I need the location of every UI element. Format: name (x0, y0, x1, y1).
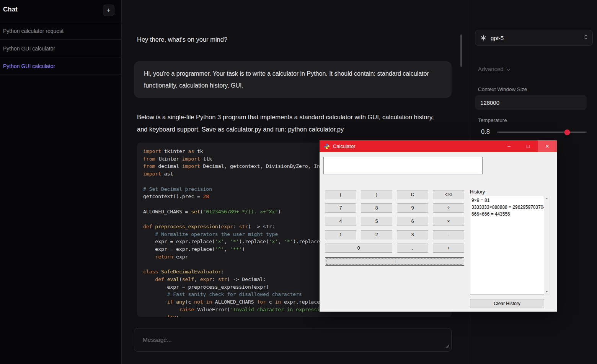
sidebar-header: Chat + (0, 0, 121, 22)
calculator-window: Calculator – □ × ()C⌫789÷456×123-0.+= Hi… (320, 140, 557, 312)
context-window-input[interactable] (475, 95, 587, 110)
calc-key-×[interactable]: × (433, 217, 464, 226)
maximize-button[interactable]: □ (519, 140, 538, 152)
history-scrollbar[interactable]: ▲ ▼ (544, 196, 550, 294)
advanced-toggle[interactable]: Advanced (478, 66, 511, 72)
history-entry[interactable]: 3333333×888888 = 2962959703704 (471, 204, 543, 211)
calc-key-6[interactable]: 6 (397, 217, 428, 226)
temperature-value: 0.8 (481, 128, 490, 135)
calc-key-⌫[interactable]: ⌫ (433, 190, 464, 199)
temperature-slider-thumb[interactable] (564, 129, 570, 135)
calc-key-+[interactable]: + (433, 244, 464, 253)
app-root: Chat + Python calculator requestPython G… (0, 0, 597, 364)
history-list[interactable]: 9×9 = 813333333×888888 = 296295970370466… (470, 196, 544, 294)
history-entry[interactable]: 9×9 = 81 (471, 197, 543, 204)
calc-key-÷[interactable]: ÷ (433, 203, 464, 213)
calc-key-=[interactable]: = (325, 257, 464, 266)
close-button[interactable]: × (538, 140, 557, 152)
scroll-down-icon[interactable]: ▼ (546, 290, 548, 293)
message-composer[interactable] (134, 328, 452, 352)
message-input[interactable] (134, 328, 451, 351)
advanced-label: Advanced (478, 66, 504, 72)
minimize-button[interactable]: – (499, 140, 519, 152)
assistant-greeting: Hey there, what's on your mind? (137, 36, 227, 43)
calculator-titlebar[interactable]: Calculator – □ × (320, 140, 557, 152)
scroll-up-icon[interactable]: ▲ (546, 197, 548, 200)
chevron-up-down-icon (584, 34, 588, 42)
new-chat-button[interactable]: + (103, 5, 114, 16)
resize-handle-icon[interactable] (445, 343, 449, 350)
chat-sidebar: Chat + Python calculator requestPython G… (0, 0, 122, 364)
calc-key-C[interactable]: C (397, 190, 428, 199)
chevron-down-icon (506, 66, 511, 72)
model-logo-icon (480, 34, 487, 41)
calc-key-4[interactable]: 4 (325, 217, 356, 226)
history-label: History (470, 189, 485, 195)
calc-key-7[interactable]: 7 (325, 203, 356, 213)
calc-key-([interactable]: ( (325, 190, 356, 199)
chat-list: Python calculator requestPython GUI calc… (0, 22, 121, 75)
user-message-bubble: Hi, you're a programmer. Your task is to… (134, 61, 452, 98)
calc-key-3[interactable]: 3 (397, 230, 428, 239)
sidebar-item[interactable]: Python GUI calculator (0, 40, 121, 57)
calc-key-8[interactable]: 8 (361, 203, 392, 213)
context-window-label: Context Window Size (478, 86, 527, 92)
calc-key--[interactable]: - (433, 230, 464, 239)
calc-key-1[interactable]: 1 (325, 230, 356, 239)
clear-history-button[interactable]: Clear History (470, 299, 544, 308)
calc-key-.[interactable]: . (397, 244, 428, 253)
python-logo-icon (324, 143, 330, 150)
calc-key-9[interactable]: 9 (397, 203, 428, 213)
temperature-label: Temperature (478, 117, 507, 123)
calc-key-)[interactable]: ) (361, 190, 392, 199)
assistant-message-text: Below is a single-file Python 3 program … (137, 111, 443, 135)
calculator-display[interactable] (323, 157, 483, 174)
calculator-window-title: Calculator (333, 143, 499, 149)
calc-key-0[interactable]: 0 (325, 244, 392, 253)
calculator-body: ()C⌫789÷456×123-0.+= History 9×9 = 81333… (320, 152, 557, 312)
sidebar-item[interactable]: Python calculator request (0, 22, 121, 40)
sidebar-title: Chat (3, 6, 18, 13)
calc-key-5[interactable]: 5 (361, 217, 392, 226)
calc-key-2[interactable]: 2 (361, 230, 392, 239)
calc-keypad: ()C⌫789÷456×123-0.+= (325, 190, 464, 266)
chat-scrollbar[interactable] (460, 34, 462, 67)
history-entry[interactable]: 666×666 = 443556 (471, 211, 543, 218)
sidebar-item[interactable]: Python GUI calculator (0, 57, 121, 75)
history-box: 9×9 = 813333333×888888 = 296295970370466… (470, 196, 550, 294)
model-select[interactable]: gpt-5 (475, 30, 593, 46)
temperature-slider[interactable] (497, 132, 587, 133)
model-name: gpt-5 (491, 35, 584, 41)
